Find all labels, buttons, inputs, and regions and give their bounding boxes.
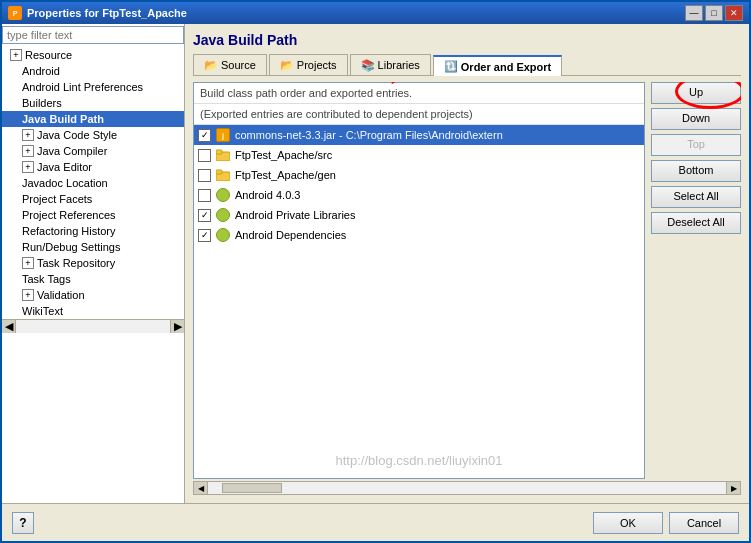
maximize-button[interactable]: □ <box>705 5 723 21</box>
info-text-1: Build class path order and exported entr… <box>194 83 644 104</box>
scrollbar-thumb[interactable] <box>222 483 282 493</box>
tab-source[interactable]: 📂 Source <box>193 54 267 75</box>
buttons-panel: Up Down Top Bottom Select All Deselect A… <box>651 82 741 479</box>
content-area: Build class path order and exported entr… <box>193 82 741 479</box>
list-item-label: FtpTest_Apache/src <box>235 149 332 161</box>
tab-projects-label: Projects <box>297 59 337 71</box>
titlebar: P Properties for FtpTest_Apache — □ ✕ <box>2 2 749 24</box>
sidebar-item-validation[interactable]: + Validation <box>2 287 184 303</box>
right-panel: Java Build Path 📂 Source 📂 Projects 📚 Li… <box>185 24 749 503</box>
sidebar-item-project-references[interactable]: Project References <box>2 207 184 223</box>
sidebar-item-label: Task Repository <box>37 257 115 269</box>
tab-order-label: Order and Export <box>461 61 551 73</box>
sidebar-item-label: Project References <box>22 209 116 221</box>
info-text-2: (Exported entries are contributed to dep… <box>194 104 644 125</box>
tab-projects[interactable]: 📂 Projects <box>269 54 348 75</box>
list-panel: Build class path order and exported entr… <box>193 82 645 479</box>
sidebar-item-project-facets[interactable]: Project Facets <box>2 191 184 207</box>
tab-bar: 📂 Source 📂 Projects 📚 Libraries 🔃 Order … <box>193 54 741 76</box>
svg-rect-5 <box>216 170 222 174</box>
bottom-button[interactable]: Bottom <box>651 160 741 182</box>
bottom-buttons: OK Cancel <box>593 512 739 534</box>
sidebar-item-java-editor[interactable]: + Java Editor <box>2 159 184 175</box>
list-item-android-403[interactable]: Android 4.0.3 <box>194 185 644 205</box>
checkbox-ftptest-gen[interactable] <box>198 169 211 182</box>
sidebar-item-android[interactable]: Android <box>2 63 184 79</box>
window-icon: P <box>8 6 22 20</box>
android-icon-deps <box>215 227 231 243</box>
sidebar-scrollbar[interactable]: ◀ ▶ <box>2 319 184 333</box>
window-controls: — □ ✕ <box>685 5 743 21</box>
panel-title: Java Build Path <box>193 32 741 48</box>
sidebar-item-resource[interactable]: + Resource <box>2 47 184 63</box>
ok-button[interactable]: OK <box>593 512 663 534</box>
source-tab-icon: 📂 <box>204 59 218 72</box>
svg-rect-3 <box>216 150 222 154</box>
sidebar-item-label: Builders <box>22 97 62 109</box>
expand-icon: + <box>22 289 34 301</box>
checkbox-ftptest-src[interactable] <box>198 149 211 162</box>
sidebar-item-java-build-path[interactable]: Java Build Path <box>2 111 184 127</box>
sidebar-item-label: Task Tags <box>22 273 71 285</box>
filter-input[interactable] <box>2 26 184 44</box>
sidebar-item-label: Java Code Style <box>37 129 117 141</box>
sidebar-item-task-tags[interactable]: Task Tags <box>2 271 184 287</box>
sidebar-item-task-repository[interactable]: + Task Repository <box>2 255 184 271</box>
list-item-label: Android 4.0.3 <box>235 189 300 201</box>
sidebar-item-wikitext[interactable]: WikiText <box>2 303 184 319</box>
sidebar-item-label: Java Compiler <box>37 145 107 157</box>
list-item-commons-jar[interactable]: j commons-net-3.3.jar - C:\Program Files… <box>194 125 644 145</box>
sidebar-item-label: Javadoc Location <box>22 177 108 189</box>
minimize-button[interactable]: — <box>685 5 703 21</box>
tab-order-export[interactable]: 🔃 Order and Export <box>433 55 562 76</box>
expand-icon: + <box>22 129 34 141</box>
list-item-ftptest-src[interactable]: FtpTest_Apache/src <box>194 145 644 165</box>
list-item-android-deps[interactable]: Android Dependencies <box>194 225 644 245</box>
projects-tab-icon: 📂 <box>280 59 294 72</box>
sidebar-item-java-compiler[interactable]: + Java Compiler <box>2 143 184 159</box>
up-button[interactable]: Up <box>651 82 741 104</box>
sidebar-item-label: WikiText <box>22 305 63 317</box>
watermark-text: http://blog.csdn.net/liuyixin01 <box>194 443 644 478</box>
select-all-button[interactable]: Select All <box>651 186 741 208</box>
content-wrapper: Build class path order and exported entr… <box>193 82 741 495</box>
expand-icon: + <box>22 145 34 157</box>
list-item-label: commons-net-3.3.jar - C:\Program Files\A… <box>235 129 503 141</box>
down-button[interactable]: Down <box>651 108 741 130</box>
sidebar-item-label: Android <box>22 65 60 77</box>
sidebar-item-label: Android Lint Preferences <box>22 81 143 93</box>
sidebar-item-java-code-style[interactable]: + Java Code Style <box>2 127 184 143</box>
cancel-button[interactable]: Cancel <box>669 512 739 534</box>
list-item-ftptest-gen[interactable]: FtpTest_Apache/gen <box>194 165 644 185</box>
top-button[interactable]: Top <box>651 134 741 156</box>
tab-libraries[interactable]: 📚 Libraries <box>350 54 431 75</box>
checkbox-commons-jar[interactable] <box>198 129 211 142</box>
main-content: + Resource Android Android Lint Preferen… <box>2 24 749 503</box>
sidebar-item-label: Java Editor <box>37 161 92 173</box>
help-button[interactable]: ? <box>12 512 34 534</box>
sidebar: + Resource Android Android Lint Preferen… <box>2 24 185 503</box>
sidebar-item-javadoc-location[interactable]: Javadoc Location <box>2 175 184 191</box>
bottom-bar: ? OK Cancel <box>2 503 749 541</box>
sidebar-item-builders[interactable]: Builders <box>2 95 184 111</box>
order-tab-icon: 🔃 <box>444 60 458 73</box>
expand-icon: + <box>22 161 34 173</box>
window-title: Properties for FtpTest_Apache <box>27 7 685 19</box>
close-button[interactable]: ✕ <box>725 5 743 21</box>
sidebar-item-label: Validation <box>37 289 85 301</box>
checkbox-android-deps[interactable] <box>198 229 211 242</box>
sidebar-item-android-lint[interactable]: Android Lint Preferences <box>2 79 184 95</box>
sidebar-item-label: Java Build Path <box>22 113 104 125</box>
sidebar-item-run-debug[interactable]: Run/Debug Settings <box>2 239 184 255</box>
horizontal-scrollbar[interactable]: ◀ ▶ <box>193 481 741 495</box>
sidebar-item-label: Run/Debug Settings <box>22 241 120 253</box>
sidebar-item-refactoring-history[interactable]: Refactoring History <box>2 223 184 239</box>
deselect-all-button[interactable]: Deselect All <box>651 212 741 234</box>
checkbox-android-private[interactable] <box>198 209 211 222</box>
tab-source-label: Source <box>221 59 256 71</box>
checkbox-android-403[interactable] <box>198 189 211 202</box>
list-item-android-private[interactable]: Android Private Libraries <box>194 205 644 225</box>
expand-icon: + <box>22 257 34 269</box>
tab-libraries-label: Libraries <box>378 59 420 71</box>
folder-icon-gen <box>215 167 231 183</box>
